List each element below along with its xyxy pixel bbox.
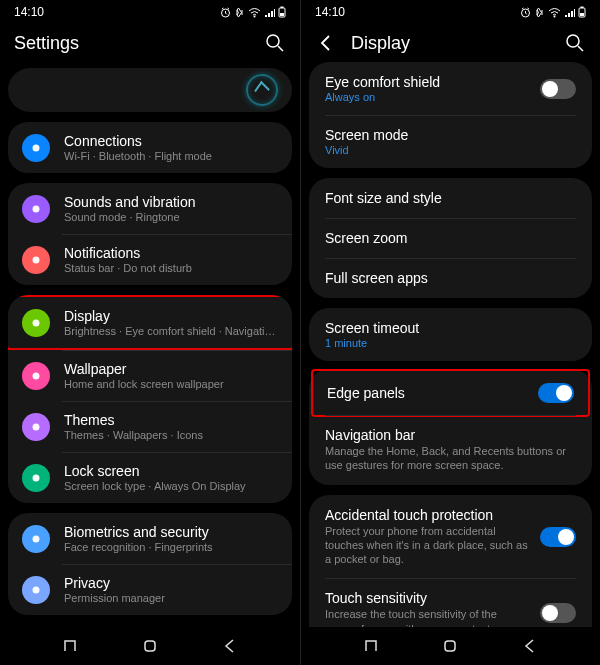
settings-item-lock-screen[interactable]: Lock screenScreen lock type · Always On …: [8, 452, 292, 503]
settings-content: ConnectionsWi-Fi · Bluetooth · Flight mo…: [0, 62, 300, 627]
nav-recents[interactable]: [59, 635, 81, 657]
wifi-icon: [548, 7, 561, 18]
row-subtitle: Vivid: [325, 144, 576, 156]
settings-section: Font size and styleScreen zoomFull scree…: [309, 178, 592, 298]
search-box[interactable]: [8, 68, 292, 112]
item-subtitle: Face recognition · Fingerprints: [64, 541, 278, 553]
row-title: Touch sensitivity: [325, 590, 530, 606]
page-title: Settings: [14, 33, 250, 54]
settings-item-privacy[interactable]: PrivacyPermission manager: [8, 564, 292, 615]
settings-item-wallpaper[interactable]: WallpaperHome and lock screen wallpaper: [8, 350, 292, 401]
search-icon: [565, 33, 585, 53]
item-subtitle: Home and lock screen wallpaper: [64, 378, 278, 390]
settings-title-bar: Settings: [0, 24, 300, 62]
signal-icon: [564, 7, 575, 18]
item-subtitle: Sound mode · Ringtone: [64, 211, 278, 223]
settings-section: Accidental touch protectionProtect your …: [309, 495, 592, 627]
item-title: Wallpaper: [64, 361, 278, 377]
status-icons: [220, 6, 286, 18]
battery-icon: [278, 6, 286, 18]
item-title: Themes: [64, 412, 278, 428]
display-edge-panels[interactable]: Edge panels: [311, 369, 590, 417]
svg-point-11: [33, 423, 40, 430]
nav-home[interactable]: [139, 635, 161, 657]
display-accidental-touch[interactable]: Accidental touch protectionProtect your …: [309, 495, 592, 579]
wifi-icon: [248, 7, 261, 18]
phone-settings: 14:10 Settings ConnectionsWi-Fi · Blueto…: [0, 0, 300, 665]
category-icon: [22, 362, 50, 390]
svg-point-1: [254, 15, 256, 17]
toggle-switch[interactable]: [538, 383, 574, 403]
battery-icon: [578, 6, 586, 18]
status-time: 14:10: [14, 5, 44, 19]
item-title: Lock screen: [64, 463, 278, 479]
display-navigation-bar[interactable]: Navigation barManage the Home, Back, and…: [309, 415, 592, 485]
display-title-bar: Display: [301, 24, 600, 62]
search-icon: [265, 33, 285, 53]
nav-bar: [301, 627, 600, 665]
back-button[interactable]: [315, 32, 337, 54]
display-content: Eye comfort shieldAlways onScreen modeVi…: [301, 62, 600, 627]
svg-point-12: [33, 474, 40, 481]
nav-bar: [0, 627, 300, 665]
toggle-switch[interactable]: [540, 603, 576, 623]
svg-point-10: [33, 372, 40, 379]
settings-item-sounds[interactable]: Sounds and vibrationSound mode · Rington…: [8, 183, 292, 234]
row-title: Screen timeout: [325, 320, 576, 336]
category-icon: [22, 309, 50, 337]
category-icon: [22, 525, 50, 553]
item-subtitle: Screen lock type · Always On Display: [64, 480, 278, 492]
svg-point-6: [33, 144, 40, 151]
nav-recents[interactable]: [360, 635, 382, 657]
svg-point-17: [554, 15, 556, 17]
nav-home[interactable]: [439, 635, 461, 657]
category-icon: [22, 246, 50, 274]
settings-section: Edge panelsNavigation barManage the Home…: [309, 369, 592, 485]
svg-rect-22: [445, 641, 455, 651]
row-title: Screen mode: [325, 127, 576, 143]
settings-item-notifications[interactable]: NotificationsStatus bar · Do not disturb: [8, 234, 292, 285]
settings-item-display[interactable]: DisplayBrightness · Eye comfort shield ·…: [8, 295, 292, 350]
search-button[interactable]: [564, 32, 586, 54]
nav-back[interactable]: [219, 635, 241, 657]
row-title: Screen zoom: [325, 230, 576, 246]
row-title: Full screen apps: [325, 270, 576, 286]
display-timeout[interactable]: Screen timeout1 minute: [309, 308, 592, 361]
page-title: Display: [351, 33, 550, 54]
svg-point-8: [33, 256, 40, 263]
settings-section: Eye comfort shieldAlways onScreen modeVi…: [309, 62, 592, 168]
display-zoom[interactable]: Screen zoom: [309, 218, 592, 258]
item-subtitle: Wi-Fi · Bluetooth · Flight mode: [64, 150, 278, 162]
settings-section: Screen timeout1 minute: [309, 308, 592, 361]
category-icon: [22, 134, 50, 162]
display-eye-comfort[interactable]: Eye comfort shieldAlways on: [309, 62, 592, 115]
search-button[interactable]: [264, 32, 286, 54]
toggle-switch[interactable]: [540, 527, 576, 547]
nav-back[interactable]: [519, 635, 541, 657]
item-subtitle: Brightness · Eye comfort shield · Naviga…: [64, 325, 278, 337]
chevron-left-icon: [316, 33, 336, 53]
svg-point-9: [33, 319, 40, 326]
alarm-icon: [220, 7, 231, 18]
row-subtitle: Manage the Home, Back, and Recents butto…: [325, 444, 576, 473]
display-fullscreen-apps[interactable]: Full screen apps: [309, 258, 592, 298]
settings-item-connections[interactable]: ConnectionsWi-Fi · Bluetooth · Flight mo…: [8, 122, 292, 173]
display-screen-mode[interactable]: Screen modeVivid: [309, 115, 592, 168]
category-icon: [22, 464, 50, 492]
alarm-icon: [520, 7, 531, 18]
status-bar: 14:10: [301, 0, 600, 24]
settings-item-themes[interactable]: ThemesThemes · Wallpapers · Icons: [8, 401, 292, 452]
toggle-switch[interactable]: [540, 79, 576, 99]
finder-ring-icon: [246, 74, 278, 106]
settings-item-biometrics[interactable]: Biometrics and securityFace recognition …: [8, 513, 292, 564]
svg-point-7: [33, 205, 40, 212]
vibrate-icon: [234, 7, 245, 18]
display-touch-sensitivity[interactable]: Touch sensitivityIncrease the touch sens…: [309, 578, 592, 627]
category-icon: [22, 576, 50, 604]
svg-rect-3: [281, 7, 284, 9]
item-title: Sounds and vibration: [64, 194, 278, 210]
svg-rect-19: [581, 7, 584, 9]
display-font[interactable]: Font size and style: [309, 178, 592, 218]
row-subtitle: Protect your phone from accidental touch…: [325, 524, 530, 567]
item-title: Biometrics and security: [64, 524, 278, 540]
